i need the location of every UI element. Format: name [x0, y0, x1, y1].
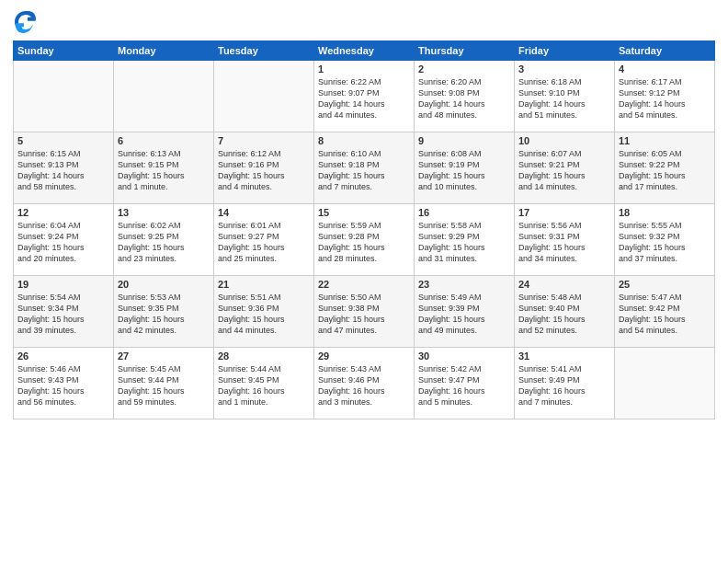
day-info: Sunrise: 5:43 AM Sunset: 9:46 PM Dayligh…: [318, 363, 410, 408]
weekday-header-friday: Friday: [515, 41, 615, 61]
day-info: Sunrise: 5:53 AM Sunset: 9:35 PM Dayligh…: [118, 292, 210, 337]
day-info: Sunrise: 6:22 AM Sunset: 9:07 PM Dayligh…: [318, 76, 410, 121]
day-number: 17: [518, 207, 610, 218]
day-cell: 21Sunrise: 5:51 AM Sunset: 9:36 PM Dayli…: [214, 276, 314, 348]
day-number: 1: [318, 63, 410, 75]
calendar-header: SundayMondayTuesdayWednesdayThursdayFrid…: [14, 41, 715, 61]
day-cell: [14, 61, 114, 132]
logo: [13, 9, 42, 35]
weekday-header-wednesday: Wednesday: [314, 41, 415, 61]
week-row-3: 12Sunrise: 6:04 AM Sunset: 9:24 PM Dayli…: [14, 204, 715, 276]
day-info: Sunrise: 6:10 AM Sunset: 9:18 PM Dayligh…: [318, 148, 410, 193]
day-number: 21: [218, 279, 310, 290]
day-info: Sunrise: 5:42 AM Sunset: 9:47 PM Dayligh…: [418, 363, 510, 408]
page: SundayMondayTuesdayWednesdayThursdayFrid…: [0, 0, 728, 563]
day-cell: 4Sunrise: 6:17 AM Sunset: 9:12 PM Daylig…: [615, 61, 715, 132]
day-info: Sunrise: 6:02 AM Sunset: 9:25 PM Dayligh…: [118, 220, 210, 265]
day-number: 4: [619, 63, 711, 75]
day-number: 9: [418, 135, 510, 146]
day-cell: 31Sunrise: 5:41 AM Sunset: 9:49 PM Dayli…: [515, 348, 615, 419]
day-number: 30: [418, 350, 510, 362]
day-info: Sunrise: 6:01 AM Sunset: 9:27 PM Dayligh…: [218, 220, 310, 265]
day-info: Sunrise: 6:13 AM Sunset: 9:15 PM Dayligh…: [118, 148, 210, 193]
day-number: 15: [318, 207, 410, 218]
day-cell: 7Sunrise: 6:12 AM Sunset: 9:16 PM Daylig…: [214, 132, 314, 204]
day-number: 29: [318, 350, 410, 362]
day-info: Sunrise: 6:05 AM Sunset: 9:22 PM Dayligh…: [619, 148, 711, 193]
day-number: 11: [619, 135, 711, 146]
week-row-2: 5Sunrise: 6:15 AM Sunset: 9:13 PM Daylig…: [14, 132, 715, 204]
day-cell: 18Sunrise: 5:55 AM Sunset: 9:32 PM Dayli…: [615, 204, 715, 276]
logo-icon: [13, 9, 39, 35]
day-number: 7: [218, 135, 310, 146]
week-row-4: 19Sunrise: 5:54 AM Sunset: 9:34 PM Dayli…: [14, 276, 715, 348]
day-number: 18: [619, 207, 711, 218]
day-info: Sunrise: 5:59 AM Sunset: 9:28 PM Dayligh…: [318, 220, 410, 265]
day-cell: 27Sunrise: 5:45 AM Sunset: 9:44 PM Dayli…: [114, 348, 214, 419]
day-cell: [114, 61, 214, 132]
weekday-header-thursday: Thursday: [415, 41, 515, 61]
day-info: Sunrise: 6:20 AM Sunset: 9:08 PM Dayligh…: [418, 76, 510, 121]
day-info: Sunrise: 5:54 AM Sunset: 9:34 PM Dayligh…: [17, 292, 109, 337]
day-cell: 15Sunrise: 5:59 AM Sunset: 9:28 PM Dayli…: [314, 204, 415, 276]
day-number: 27: [118, 350, 210, 362]
day-info: Sunrise: 6:12 AM Sunset: 9:16 PM Dayligh…: [218, 148, 310, 193]
weekday-header-sunday: Sunday: [14, 41, 114, 61]
day-info: Sunrise: 5:51 AM Sunset: 9:36 PM Dayligh…: [218, 292, 310, 337]
day-number: 19: [17, 279, 109, 290]
day-number: 25: [619, 279, 711, 290]
day-info: Sunrise: 6:07 AM Sunset: 9:21 PM Dayligh…: [518, 148, 610, 193]
header: [13, 9, 715, 35]
day-cell: 3Sunrise: 6:18 AM Sunset: 9:10 PM Daylig…: [515, 61, 615, 132]
day-info: Sunrise: 5:48 AM Sunset: 9:40 PM Dayligh…: [518, 292, 610, 337]
day-cell: 24Sunrise: 5:48 AM Sunset: 9:40 PM Dayli…: [515, 276, 615, 348]
day-cell: 6Sunrise: 6:13 AM Sunset: 9:15 PM Daylig…: [114, 132, 214, 204]
day-cell: [214, 61, 314, 132]
day-cell: 9Sunrise: 6:08 AM Sunset: 9:19 PM Daylig…: [415, 132, 515, 204]
day-cell: 11Sunrise: 6:05 AM Sunset: 9:22 PM Dayli…: [615, 132, 715, 204]
day-cell: 29Sunrise: 5:43 AM Sunset: 9:46 PM Dayli…: [314, 348, 415, 419]
day-cell: 17Sunrise: 5:56 AM Sunset: 9:31 PM Dayli…: [515, 204, 615, 276]
day-info: Sunrise: 6:08 AM Sunset: 9:19 PM Dayligh…: [418, 148, 510, 193]
day-cell: 14Sunrise: 6:01 AM Sunset: 9:27 PM Dayli…: [214, 204, 314, 276]
day-number: 16: [418, 207, 510, 218]
day-number: 28: [218, 350, 310, 362]
day-number: 14: [218, 207, 310, 218]
day-cell: 16Sunrise: 5:58 AM Sunset: 9:29 PM Dayli…: [415, 204, 515, 276]
day-number: 23: [418, 279, 510, 290]
day-info: Sunrise: 5:45 AM Sunset: 9:44 PM Dayligh…: [118, 363, 210, 408]
day-number: 20: [118, 279, 210, 290]
day-info: Sunrise: 5:47 AM Sunset: 9:42 PM Dayligh…: [619, 292, 711, 337]
day-number: 8: [318, 135, 410, 146]
day-number: 6: [118, 135, 210, 146]
day-cell: 5Sunrise: 6:15 AM Sunset: 9:13 PM Daylig…: [14, 132, 114, 204]
day-number: 24: [518, 279, 610, 290]
weekday-header-monday: Monday: [114, 41, 214, 61]
day-cell: 12Sunrise: 6:04 AM Sunset: 9:24 PM Dayli…: [14, 204, 114, 276]
day-number: 2: [418, 63, 510, 75]
day-info: Sunrise: 5:56 AM Sunset: 9:31 PM Dayligh…: [518, 220, 610, 265]
day-number: 12: [17, 207, 109, 218]
day-number: 5: [17, 135, 109, 146]
day-number: 10: [518, 135, 610, 146]
day-info: Sunrise: 6:15 AM Sunset: 9:13 PM Dayligh…: [17, 148, 109, 193]
day-info: Sunrise: 5:49 AM Sunset: 9:39 PM Dayligh…: [418, 292, 510, 337]
day-cell: 26Sunrise: 5:46 AM Sunset: 9:43 PM Dayli…: [14, 348, 114, 419]
day-cell: 13Sunrise: 6:02 AM Sunset: 9:25 PM Dayli…: [114, 204, 214, 276]
day-cell: 25Sunrise: 5:47 AM Sunset: 9:42 PM Dayli…: [615, 276, 715, 348]
day-number: 3: [518, 63, 610, 75]
day-number: 26: [17, 350, 109, 362]
day-number: 22: [318, 279, 410, 290]
day-cell: 20Sunrise: 5:53 AM Sunset: 9:35 PM Dayli…: [114, 276, 214, 348]
weekday-header-tuesday: Tuesday: [214, 41, 314, 61]
weekday-header-saturday: Saturday: [615, 41, 715, 61]
day-info: Sunrise: 5:50 AM Sunset: 9:38 PM Dayligh…: [318, 292, 410, 337]
day-cell: 22Sunrise: 5:50 AM Sunset: 9:38 PM Dayli…: [314, 276, 415, 348]
week-row-1: 1Sunrise: 6:22 AM Sunset: 9:07 PM Daylig…: [14, 61, 715, 132]
day-cell: 28Sunrise: 5:44 AM Sunset: 9:45 PM Dayli…: [214, 348, 314, 419]
day-cell: 23Sunrise: 5:49 AM Sunset: 9:39 PM Dayli…: [415, 276, 515, 348]
week-row-5: 26Sunrise: 5:46 AM Sunset: 9:43 PM Dayli…: [14, 348, 715, 419]
day-cell: 1Sunrise: 6:22 AM Sunset: 9:07 PM Daylig…: [314, 61, 415, 132]
day-number: 31: [518, 350, 610, 362]
day-cell: [615, 348, 715, 419]
